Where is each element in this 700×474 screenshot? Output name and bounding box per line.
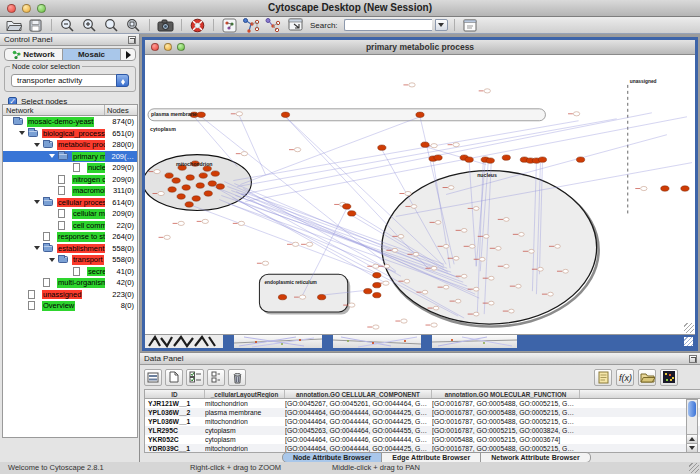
open-attributes-icon[interactable] [638, 369, 656, 386]
expand-triangle-icon[interactable] [49, 258, 55, 262]
table-cell[interactable]: [GO:0044464, GO:0044444, GO:0044425, G… [285, 417, 432, 426]
table-cell[interactable]: [GO:0045267, GO:0045261, GO:0044464, G… [285, 399, 432, 408]
table-cell[interactable]: mitochondrion [205, 444, 285, 453]
dropdown-stepper-icon[interactable] [116, 74, 129, 87]
matrix-icon[interactable] [660, 369, 678, 386]
table-cell[interactable]: [GO:0016787, GO:0005215, GO:0003824, G… [432, 426, 580, 435]
table-cell[interactable]: cytoplasm [205, 435, 285, 444]
tab-scroll-arrow-icon[interactable] [121, 49, 135, 60]
table-cell[interactable]: YPL036W__1 [145, 417, 205, 426]
table-cell[interactable]: [GO:0016787, GO:0005488, GO:0005215, G… [432, 399, 580, 408]
expand-triangle-icon[interactable] [19, 131, 25, 135]
table-scrollbar[interactable] [686, 399, 698, 453]
tree-row[interactable]: metabolic process280(0) [3, 139, 137, 151]
tree-row[interactable]: response to stimulu264(0) [3, 231, 137, 243]
new-attribute-icon[interactable] [165, 369, 183, 386]
expand-triangle-icon[interactable] [34, 143, 40, 147]
expand-triangle-icon[interactable] [34, 200, 40, 204]
table-row[interactable]: YJR121W__1mitochondrion[GO:0045267, GO:0… [145, 399, 700, 408]
tab-network[interactable]: Network [5, 49, 63, 60]
close-button[interactable] [7, 4, 16, 13]
table-cell[interactable]: [GO:0044464, GO:0044446, GO:0044444, G… [285, 435, 432, 444]
minimize-button[interactable] [22, 4, 31, 13]
save-icon[interactable] [26, 18, 45, 33]
tree-column-network[interactable]: Network [3, 105, 105, 115]
tree-row[interactable]: primary metabo209(… [3, 151, 137, 163]
table-cell[interactable]: plasma membrane [205, 408, 285, 417]
select-attributes-icon[interactable] [186, 369, 204, 386]
zoom-in-icon[interactable] [80, 18, 99, 33]
tree-column-nodes[interactable]: Nodes [105, 105, 137, 115]
tree-row[interactable]: establishment of lo558(0) [3, 243, 137, 255]
network-view[interactable]: plasma membrane cytoplasm mitochondrion … [145, 55, 695, 334]
table-cell[interactable]: cytoplasm [205, 426, 285, 435]
float-panel-icon[interactable] [128, 36, 136, 44]
frame-resize-grip[interactable] [684, 323, 694, 333]
search-input[interactable] [344, 19, 432, 31]
zoom-button[interactable] [37, 4, 46, 13]
tree-row[interactable]: biological_process651(0) [3, 128, 137, 140]
tree-row[interactable]: unassigned223(0) [3, 289, 137, 301]
expand-triangle-icon[interactable] [49, 154, 55, 158]
notepad-icon[interactable] [594, 369, 612, 386]
table-column-header[interactable] [580, 390, 700, 398]
tree-row[interactable]: cell communicat22(0) [3, 220, 137, 232]
zoom-selected-icon[interactable] [102, 18, 121, 33]
open-icon[interactable] [4, 18, 23, 33]
table-row[interactable]: YKR052Ccytoplasm[GO:0044464, GO:0044446,… [145, 435, 700, 444]
table-cell[interactable]: YJR121W__1 [145, 399, 205, 408]
table-cell[interactable]: [GO:0045263, GO:0044464, GO:0044455, G… [285, 426, 432, 435]
tree-row[interactable]: macromolecule311(0) [3, 185, 137, 197]
tree-row[interactable]: transport558(0) [3, 254, 137, 266]
color-attribute-dropdown[interactable]: transporter activity [11, 74, 129, 87]
scrollbar-thumb[interactable] [688, 401, 696, 417]
table-cell[interactable]: mitochondrion [205, 399, 285, 408]
network-overview-icon[interactable] [220, 18, 239, 33]
table-row[interactable]: YLR295Ccytoplasm[GO:0045263, GO:0044464,… [145, 426, 700, 435]
tree-row[interactable]: secretion41(0) [3, 266, 137, 278]
frame-close-button[interactable] [151, 43, 159, 51]
table-column-header[interactable]: annotation.GO CELLULAR_COMPONENT [285, 390, 432, 398]
frame-zoom-button[interactable] [177, 43, 185, 51]
minimized-view-thumbnail[interactable] [234, 335, 322, 348]
layout-network-alt-icon[interactable] [264, 18, 283, 33]
help-lifesaver-icon[interactable] [188, 18, 207, 33]
table-row[interactable]: YPL036W__1mitochondrion[GO:0044464, GO:0… [145, 417, 700, 426]
table-cell[interactable]: YPL036W__2 [145, 408, 205, 417]
tab-mosaic[interactable]: Mosaic [63, 49, 121, 60]
tree-row[interactable]: cellular process614(0) [3, 197, 137, 209]
tree-row[interactable]: nucleobase-209(0) [3, 162, 137, 174]
window-resize-grip[interactable] [689, 463, 699, 473]
tree-row[interactable]: Overview8(0) [3, 300, 137, 312]
table-column-header[interactable]: annotation.GO MOLECULAR_FUNCTION [432, 390, 580, 398]
network-view-titlebar[interactable]: primary metabolic process [145, 40, 695, 55]
view-grid-icon[interactable] [286, 18, 305, 33]
tree-row[interactable]: multi-organism pro42(0) [3, 277, 137, 289]
unselect-attributes-icon[interactable] [207, 369, 225, 386]
table-cell[interactable]: YLR295C [145, 426, 205, 435]
table-cell[interactable]: [GO:0044464, GO:0044444, GO:0044425, G… [285, 408, 432, 417]
table-column-header[interactable]: ID [145, 390, 205, 398]
expand-triangle-icon[interactable] [34, 246, 40, 250]
table-cell[interactable]: YDR039C__1 [145, 444, 205, 453]
float-panel-icon[interactable] [689, 355, 697, 363]
function-builder-icon[interactable]: f(x) [616, 369, 634, 386]
scroll-up-icon[interactable] [687, 434, 697, 443]
table-cell[interactable]: YKR052C [145, 435, 205, 444]
delete-attribute-icon[interactable] [228, 369, 246, 386]
table-cell[interactable]: [GO:0016787, GO:0005488, GO:0005215, G… [432, 408, 580, 417]
tree-row[interactable]: cellular metabo209(0) [3, 208, 137, 220]
attribute-list-icon[interactable] [144, 369, 162, 386]
table-cell[interactable]: mitochondrion [205, 417, 285, 426]
attribute-table[interactable]: YJR121W__1mitochondrion[GO:0045267, GO:0… [144, 399, 700, 453]
table-column-header[interactable]: _cellularLayoutRegion [205, 390, 285, 398]
minimized-view-thumbnail[interactable] [145, 335, 223, 348]
zoom-out-icon[interactable] [58, 18, 77, 33]
snapshot-camera-icon[interactable] [156, 18, 175, 33]
network-tree[interactable]: mosaic-demo-yeast874(0)biological_proces… [2, 116, 138, 438]
frame-minimize-button[interactable] [164, 43, 172, 51]
layout-network-icon[interactable] [242, 18, 261, 33]
tree-row[interactable]: nitrogen compo209(0) [3, 174, 137, 186]
search-dropdown-arrow-icon[interactable] [435, 19, 448, 31]
minimized-view-thumbnail[interactable] [432, 335, 517, 348]
